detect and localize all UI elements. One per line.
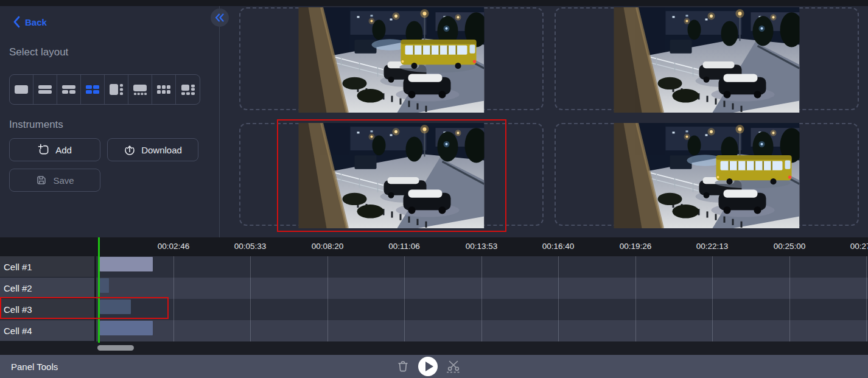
timeline-track[interactable] <box>96 299 868 320</box>
video-layout-editor: Back Select layout <box>0 0 868 378</box>
ruler-tick: 00:16:40 <box>542 242 575 251</box>
layout-option-single[interactable] <box>10 75 33 104</box>
layout-grid-2x2-icon <box>85 83 100 96</box>
layout-option-one-plus-two[interactable] <box>57 75 81 104</box>
layout-option-one-plus-four-bottom[interactable] <box>128 75 152 104</box>
cctv-thumbnail-no-bus <box>614 7 800 113</box>
timeline-clip[interactable] <box>100 278 109 293</box>
ruler-tick: 00:08:20 <box>312 242 344 251</box>
timeline-row-labels: Cell #1Cell #2Cell #3Cell #4 <box>0 256 94 341</box>
timeline-track[interactable] <box>96 278 868 299</box>
timeline-track[interactable] <box>96 256 868 278</box>
add-button[interactable]: Add <box>9 138 100 161</box>
panel-tools-icons <box>396 355 461 378</box>
play-button[interactable] <box>418 357 438 376</box>
layout-one-plus-four-bottom-icon <box>133 83 147 96</box>
save-label: Save <box>53 175 74 186</box>
video-cell-1[interactable] <box>239 7 544 110</box>
add-label: Add <box>55 145 72 155</box>
layout-one-plus-three-right-icon <box>109 83 124 96</box>
cctv-thumbnail-no-bus <box>299 123 485 228</box>
save-floppy-icon <box>35 174 47 186</box>
delete-button[interactable] <box>396 359 410 374</box>
play-icon <box>425 362 433 371</box>
timeline-clip[interactable] <box>100 321 153 335</box>
ruler-tick: 00:11:06 <box>388 242 420 251</box>
layout-option-two-rows[interactable] <box>33 75 57 104</box>
timeline-clip[interactable] <box>100 257 153 271</box>
ruler-tick: 00:19:26 <box>620 242 652 251</box>
sidebar: Back Select layout <box>0 6 220 237</box>
double-chevron-left-icon <box>215 13 225 22</box>
download-button[interactable]: Download <box>107 138 198 161</box>
sidebar-divider <box>219 6 220 237</box>
layout-grid-3x2-icon <box>156 83 171 96</box>
timeline-clip[interactable] <box>100 299 131 314</box>
ruler-tick: 00:13:53 <box>466 242 498 251</box>
video-cell-2[interactable] <box>555 7 859 110</box>
layout-option-one-plus-five[interactable] <box>176 75 200 104</box>
select-layout-label: Select layout <box>9 46 68 58</box>
timeline-row-label[interactable]: Cell #2 <box>0 278 94 299</box>
window-top-strip <box>0 0 868 6</box>
layout-option-one-plus-three-right[interactable] <box>105 75 128 104</box>
playhead[interactable] <box>98 237 100 343</box>
timeline-row-label[interactable]: Cell #1 <box>0 256 94 278</box>
upload-arrow-icon <box>124 144 136 156</box>
video-cell-3[interactable] <box>239 123 544 226</box>
timeline-row-label[interactable]: Cell #3 <box>0 299 94 320</box>
timeline-scrollbar-thumb[interactable] <box>97 345 134 351</box>
panel-tools-bar: Panel Tools <box>0 355 868 378</box>
ruler-tick: 00:22:13 <box>696 242 729 251</box>
layout-two-rows-icon <box>38 83 52 96</box>
cctv-thumbnail-with-bus <box>299 7 485 113</box>
back-button[interactable]: Back <box>12 16 47 28</box>
cut-button[interactable] <box>446 359 461 374</box>
collapse-sidebar-button[interactable] <box>211 9 229 27</box>
instruments-label: Instruments <box>9 119 63 131</box>
chevron-left-icon <box>12 16 21 28</box>
layout-selector <box>9 74 200 105</box>
ruler-tick: 00:27:46 <box>850 242 868 251</box>
trash-icon <box>396 359 410 374</box>
timeline-tracks <box>96 256 868 341</box>
timeline-scrollbar-track[interactable] <box>0 341 868 355</box>
download-label: Download <box>141 145 182 155</box>
scissors-icon <box>446 359 461 374</box>
ruler-tick: 00:02:46 <box>158 242 190 251</box>
layout-option-grid-2x2[interactable] <box>81 75 105 104</box>
layout-one-plus-five-icon <box>181 83 195 96</box>
cctv-thumbnail-with-bus <box>614 123 800 228</box>
layout-one-plus-two-icon <box>61 83 76 96</box>
ruler-tick: 00:25:00 <box>774 242 806 251</box>
save-button[interactable]: Save <box>9 169 100 192</box>
layout-single-icon <box>14 83 29 96</box>
layout-option-grid-3x2[interactable] <box>152 75 176 104</box>
panel-tools-title: Panel Tools <box>11 362 58 372</box>
back-label: Back <box>25 17 47 27</box>
ruler-tick: 00:05:33 <box>234 242 267 251</box>
timeline-track[interactable] <box>96 320 868 341</box>
video-cell-4[interactable] <box>555 123 859 226</box>
timeline-ruler[interactable]: 00:02:4600:05:3300:08:2000:11:0600:13:53… <box>0 237 868 256</box>
timeline-row-label[interactable]: Cell #4 <box>0 320 94 341</box>
add-file-icon <box>38 144 50 156</box>
